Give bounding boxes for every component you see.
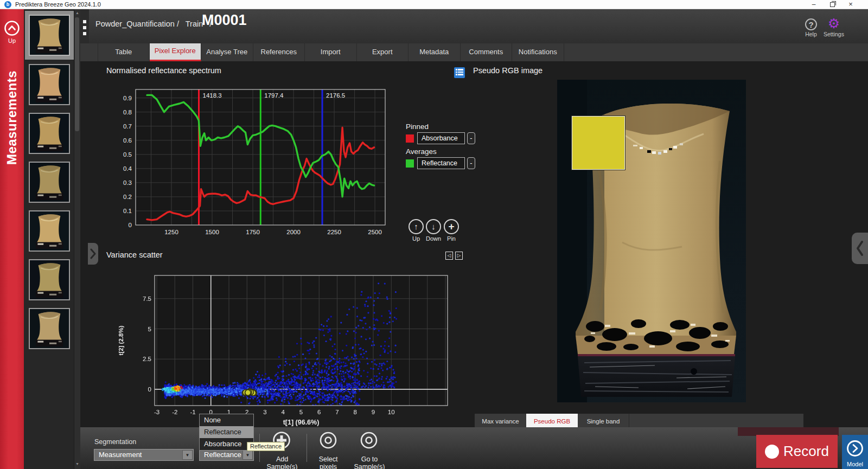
chevron-down-icon[interactable]: ▼ <box>242 450 253 460</box>
spectrum-mode-combo[interactable]: Reflectance ▼ <box>199 449 254 461</box>
chevron-left-icon <box>852 233 868 264</box>
selected-region-overlay[interactable] <box>572 116 625 170</box>
averages-series-box[interactable]: Reflectance <box>417 157 465 169</box>
select-pixels-button[interactable] <box>319 431 337 449</box>
tab-export[interactable]: Export <box>357 43 409 61</box>
averages-swatch <box>406 159 414 168</box>
add-samples-label: Add Sample(s) <box>260 455 304 469</box>
tab-notifications[interactable]: Notifications <box>512 43 564 61</box>
pixel-explore-content: Normalised reflectance spectrum 1418.317… <box>80 61 868 427</box>
scatter-next-button[interactable]: ▷ <box>455 252 463 260</box>
measurement-thumbnail-2[interactable] <box>29 64 70 105</box>
toolbar-divider <box>307 434 307 462</box>
measurement-thumbnail-7[interactable] <box>29 308 70 349</box>
tab-analyse-tree[interactable]: Analyse Tree <box>201 43 253 61</box>
settings-button[interactable]: ⚙ Settings <box>822 16 845 37</box>
window-titlebar: b Prediktera Breeze Geo 2024.1.0 – × <box>0 0 868 9</box>
record-dot-icon <box>765 445 779 459</box>
maximize-icon[interactable] <box>823 0 841 9</box>
breadcrumb-project[interactable]: Powder_Quantification / <box>95 20 179 28</box>
chevron-down-icon[interactable]: ▼ <box>182 450 193 460</box>
record-button[interactable]: Record <box>756 435 838 468</box>
sidebar-up-label: Up <box>0 37 24 44</box>
scrollbar-up-icon[interactable]: ▲ <box>74 11 80 15</box>
measurement-thumbnail-1[interactable] <box>29 15 70 56</box>
image-tab-pseudo-rgb-image[interactable]: Pseudo RGB image <box>526 414 578 429</box>
help-button[interactable]: ? Help <box>803 18 819 37</box>
image-tab-single-band[interactable]: Single band <box>578 414 629 429</box>
tab-pixel-explore[interactable]: Pixel Explore <box>150 43 202 61</box>
reflectance-tooltip: Reflectance <box>247 442 285 451</box>
measurement-thumbnail-5[interactable] <box>29 210 70 252</box>
pinned-remove-button[interactable]: - <box>467 132 475 144</box>
tab-comments[interactable]: Comments <box>461 43 513 61</box>
breadcrumb-section[interactable]: Train <box>186 20 203 28</box>
svg-text:1250: 1250 <box>164 229 178 235</box>
averages-remove-button[interactable]: - <box>467 157 475 169</box>
tab-table[interactable]: Table <box>98 43 150 61</box>
main-tabs: TablePixel ExploreAnalyse TreeReferences… <box>80 43 868 61</box>
svg-text:0.2: 0.2 <box>123 194 132 200</box>
panel-drag-handle-dot[interactable] <box>83 26 86 29</box>
measurements-panel-label: Measurements <box>0 57 24 178</box>
panel-drag-handle-dot[interactable] <box>83 32 86 35</box>
tab-metadata[interactable]: Metadata <box>409 43 461 61</box>
segmentation-label: Segmentation <box>94 438 136 446</box>
right-panel-expander[interactable] <box>852 233 868 264</box>
tab-import[interactable]: Import <box>305 43 357 61</box>
tab-references[interactable]: References <box>253 43 305 61</box>
model-label: Model <box>842 461 868 467</box>
pouch-thumb-image <box>30 260 69 299</box>
spectrum-down-button[interactable]: ↓ <box>426 219 441 234</box>
variance-scatter-chart[interactable] <box>117 268 453 428</box>
svg-text:1750: 1750 <box>246 229 260 235</box>
dropdown-option-none[interactable]: None <box>200 414 253 426</box>
image-tab-max-variance-image[interactable]: Max variance image <box>475 414 526 429</box>
sidebar-up-button[interactable] <box>4 20 20 36</box>
spectrum-chart[interactable]: 1418.31797.42176.500.10.20.30.40.50.60.7… <box>116 86 388 244</box>
spectrum-list-icon[interactable] <box>454 67 465 78</box>
close-icon[interactable]: × <box>841 0 860 9</box>
measurements-sidebar: Up Measurements <box>0 9 24 469</box>
target-circle-icon <box>319 431 337 449</box>
minimize-icon[interactable]: – <box>805 0 823 9</box>
pinned-series-box[interactable]: Absorbance <box>417 132 465 144</box>
segmentation-combo-value: Measurement <box>99 451 142 459</box>
chevron-right-circle-icon <box>846 439 864 458</box>
svg-text:0.8: 0.8 <box>123 109 132 115</box>
svg-text:1500: 1500 <box>205 229 219 235</box>
chevron-right-icon <box>88 243 98 265</box>
model-button[interactable]: Model <box>842 435 868 469</box>
svg-text:0.5: 0.5 <box>123 151 132 158</box>
pin-button-label: Pin <box>441 235 462 242</box>
averages-label: Averages <box>406 147 437 156</box>
dropdown-option-absorbance[interactable]: Absorbance <box>200 438 253 450</box>
svg-text:1418.3: 1418.3 <box>203 92 222 99</box>
left-panel-expander[interactable] <box>88 243 98 265</box>
dropdown-option-reflectance[interactable]: Reflectance <box>200 426 253 438</box>
settings-label: Settings <box>822 31 845 37</box>
scrollbar-thumb[interactable] <box>75 17 79 131</box>
measurement-thumbnail-6[interactable] <box>29 259 70 300</box>
segmentation-combo[interactable]: Measurement ▼ <box>94 449 194 461</box>
panel-drag-handle-dot[interactable] <box>83 20 86 23</box>
goto-samples-button[interactable] <box>360 431 378 449</box>
svg-text:1797.4: 1797.4 <box>264 92 284 99</box>
select-pixels-label: Select pixels <box>309 455 347 469</box>
measurement-thumbnail-4[interactable] <box>29 162 70 203</box>
svg-text:0.3: 0.3 <box>123 179 132 186</box>
help-label: Help <box>803 31 819 37</box>
svg-text:0.1: 0.1 <box>123 208 132 214</box>
svg-text:2250: 2250 <box>327 229 341 235</box>
spectrum-pin-button[interactable]: + <box>444 219 459 234</box>
pouch-thumb-image <box>30 163 69 202</box>
image-panel-title: Pseudo RGB image <box>473 66 542 75</box>
pouch-thumb-image <box>30 309 69 348</box>
svg-text:0: 0 <box>129 222 132 228</box>
app-window: b Prediktera Breeze Geo 2024.1.0 – × Up … <box>0 0 868 469</box>
spectrum-mode-combo-value: Reflectance <box>204 451 241 459</box>
spectrum-up-button[interactable]: ↑ <box>409 219 424 234</box>
scrollbar-down-icon[interactable]: ▼ <box>74 462 80 466</box>
scatter-prev-button[interactable]: ◁ <box>445 252 453 260</box>
measurement-thumbnail-3[interactable] <box>29 113 70 154</box>
